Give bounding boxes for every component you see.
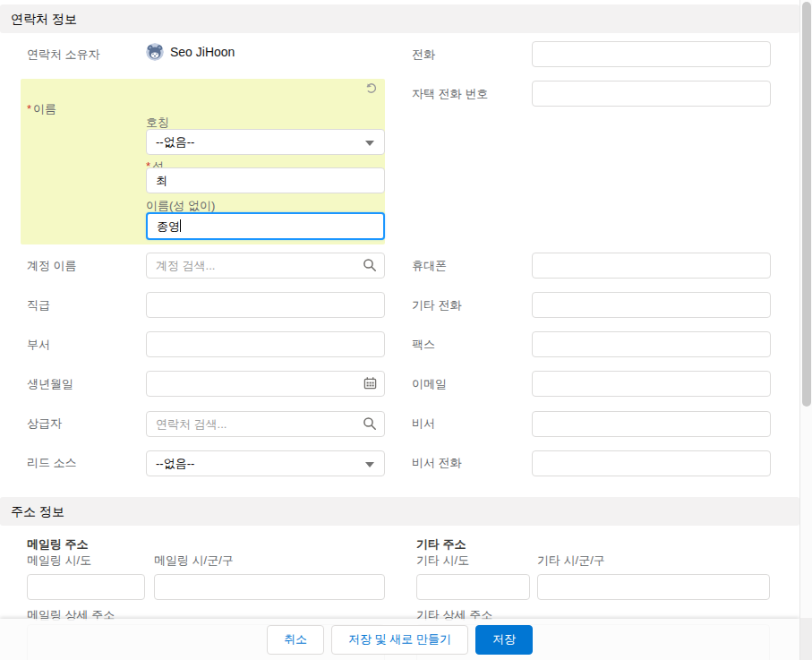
firstname-input[interactable]	[146, 212, 385, 240]
vertical-scrollbar-track[interactable]	[799, 0, 812, 660]
contact-edit-modal: 연락처 정보 연락처 소유자 Seo JiHoon 전화 자택 전화 번호	[0, 0, 812, 660]
account-name-label: 계정 이름	[27, 258, 77, 274]
phone-input[interactable]	[532, 41, 771, 67]
other-state-input[interactable]	[416, 574, 530, 600]
footer-action-bar: 취소 저장 및 새로 만들기 저장	[0, 619, 799, 660]
account-lookup-input[interactable]	[146, 253, 385, 279]
section-title: 주소 정보	[11, 504, 64, 519]
mailing-state-input[interactable]	[27, 574, 145, 600]
contact-owner-value: Seo JiHoon	[146, 42, 235, 62]
title-label: 직급	[27, 297, 50, 313]
lead-source-selected-value: --없음--	[156, 457, 194, 470]
lead-source-select[interactable]: --없음--	[146, 450, 385, 476]
calendar-icon[interactable]	[363, 376, 377, 390]
fax-label: 팩스	[412, 337, 435, 353]
section-header-address-info: 주소 정보	[0, 497, 799, 526]
asst-phone-input[interactable]	[532, 450, 771, 476]
reports-to-lookup-input[interactable]	[146, 411, 385, 437]
cancel-button[interactable]: 취소	[267, 625, 324, 655]
salutation-selected-value: --없음--	[156, 135, 194, 149]
reports-to-label: 상급자	[27, 416, 62, 432]
required-asterisk: *	[27, 102, 31, 116]
contact-owner-name: Seo JiHoon	[170, 45, 235, 59]
mailing-city-label: 메일링 시/군/구	[154, 553, 234, 569]
assistant-label: 비서	[412, 416, 435, 432]
asst-phone-label: 비서 전화	[412, 455, 462, 471]
title-input[interactable]	[146, 292, 385, 318]
department-input[interactable]	[146, 331, 385, 357]
other-city-label: 기타 시/군/구	[537, 553, 605, 569]
section-header-contact-info: 연락처 정보	[0, 4, 799, 33]
fax-input[interactable]	[532, 331, 771, 357]
other-city-input[interactable]	[537, 574, 770, 600]
salutation-select[interactable]: --없음--	[146, 129, 385, 155]
user-avatar-icon	[146, 43, 164, 61]
other-address-group-label: 기타 주소	[416, 536, 466, 553]
home-phone-input[interactable]	[532, 81, 771, 107]
name-group-label: *이름	[27, 101, 56, 117]
mailing-address-group-label: 메일링 주소	[27, 536, 89, 553]
birthdate-input[interactable]	[146, 371, 385, 397]
birthdate-label: 생년월일	[27, 376, 73, 392]
email-input[interactable]	[532, 371, 771, 397]
phone-label: 전화	[412, 47, 435, 63]
undo-button[interactable]	[362, 81, 380, 99]
department-label: 부서	[27, 337, 50, 353]
email-label: 이메일	[412, 376, 447, 392]
search-icon[interactable]	[363, 416, 377, 431]
save-and-new-button[interactable]: 저장 및 새로 만들기	[331, 625, 468, 655]
undo-arrow-icon	[364, 81, 378, 98]
lead-source-label: 리드 소스	[27, 455, 77, 471]
mobile-label: 휴대폰	[412, 258, 447, 274]
save-button[interactable]: 저장	[475, 625, 533, 655]
chevron-down-icon	[365, 462, 374, 467]
scrollbar-footer-patch	[800, 618, 812, 660]
lastname-input[interactable]	[146, 167, 385, 193]
other-phone-input[interactable]	[532, 292, 771, 318]
chevron-down-icon	[365, 141, 374, 146]
vertical-scrollbar-thumb[interactable]	[802, 2, 811, 407]
assistant-input[interactable]	[532, 411, 771, 437]
other-phone-label: 기타 전화	[412, 297, 462, 313]
mailing-city-input[interactable]	[154, 574, 385, 600]
mailing-state-label: 메일링 시/도	[27, 553, 91, 569]
mobile-input[interactable]	[532, 253, 771, 279]
contact-owner-label: 연락처 소유자	[27, 47, 100, 63]
section-title: 연락처 정보	[11, 12, 77, 26]
home-phone-label: 자택 전화 번호	[412, 86, 488, 102]
other-state-label: 기타 시/도	[416, 553, 469, 569]
search-icon[interactable]	[363, 258, 377, 272]
